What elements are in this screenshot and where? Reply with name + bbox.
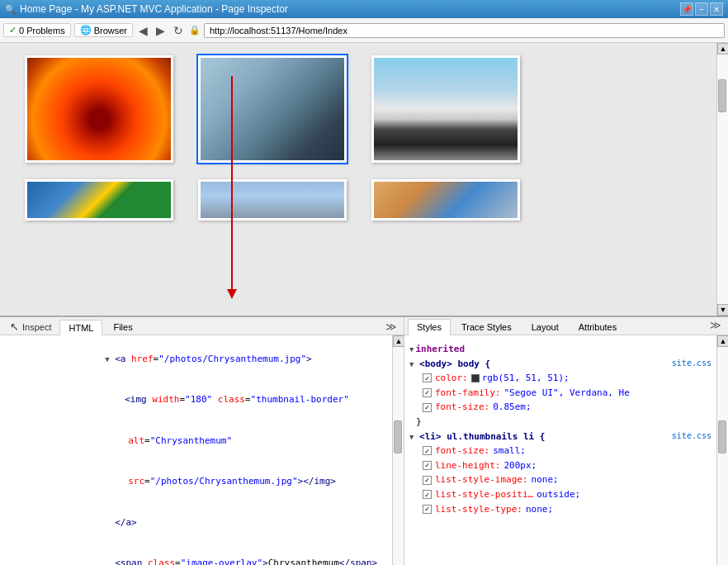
css-scroll-track[interactable] [717,347,728,565]
minimize-button[interactable]: − [695,2,708,16]
body-rule-toggle[interactable]: ▼ [409,360,414,368]
list-style-type-prop-name: list-style-type: [435,502,522,517]
cursor-icon: ↖ [10,320,19,333]
font-size-li-prop-name: font-size: [435,444,489,458]
photo-item-desert [25,179,182,221]
html-scroll-track[interactable] [393,347,404,565]
css-prop-line-height: line-height: 200px; [409,458,711,473]
body-rule-header: ▼ <body> body { site.css [409,357,711,372]
list-style-type-checkbox[interactable] [423,505,432,514]
css-content-wrapper: ▼ inherited ▼ <body> body { [404,335,716,565]
html-scroll-up-button[interactable]: ▲ [393,335,404,347]
tab-styles-label: Styles [417,322,442,332]
css-panel-collapse-button[interactable]: ≫ [707,319,725,335]
color-prop-name: color: [435,371,468,386]
tab-files-label: Files [113,322,132,332]
inherited-section-header: ▼ inherited [409,342,711,357]
browser-icon: 🌐 [80,25,92,36]
line-height-value: 200px; [503,458,537,473]
photo-thumb-desert[interactable] [25,179,173,221]
html-panel: ↖ Inspect HTML Files ≫ [0,317,404,565]
scroll-track[interactable] [717,55,728,304]
address-bar[interactable] [204,23,725,38]
inherited-label: inherited [415,342,465,357]
tab-layout[interactable]: Layout [522,319,568,335]
tab-attributes[interactable]: Attributes [570,319,626,335]
html-code-view[interactable]: <a href="/photos/Chrysanthemum.jpg"> <im… [0,335,392,565]
scroll-up-button[interactable]: ▲ [717,43,728,55]
scroll-down-button[interactable]: ▼ [717,304,728,316]
inherited-toggle[interactable]: ▼ [409,344,414,355]
photo-item-jellyfish [198,179,355,221]
li-selector-text: <li> ul.thumbnails li { [419,431,545,442]
list-style-image-checkbox[interactable] [423,476,432,485]
font-size-li-checkbox[interactable] [423,446,432,455]
css-panel-body: ▼ inherited ▼ <body> body { [404,335,728,565]
photo-thumb-chrysanthemum[interactable] [25,55,173,163]
pin-button[interactable]: 📌 [680,2,693,16]
close-brace: } [416,416,422,427]
toolbar: ✓ 0 Problems 🌐 Browser ◀ ▶ ↻ 🔒 [0,18,728,43]
photo-item-chrysanthemum [25,55,182,163]
tab-files[interactable]: Files [104,319,141,335]
tab-styles[interactable]: Styles [408,319,451,335]
line-height-checkbox[interactable] [423,461,432,470]
app-icon: 🔍 [5,4,17,15]
photo-thumb-koala[interactable] [198,55,347,163]
code-line-5: </a> [0,502,392,544]
tab-html-label: HTML [69,323,93,333]
css-prop-font-size-li: font-size: small; [409,444,711,458]
html-vertical-scrollbar[interactable]: ▲ ▼ [392,335,404,565]
font-size-body-prop-name: font-size: [435,400,489,415]
css-prop-list-style-type: list-style-type: none; [409,502,711,517]
code-line-3: alt="Chrysanthemum" [0,420,392,462]
font-size-li-value: small; [493,444,526,458]
arrow-indicator [231,76,233,291]
forward-button[interactable]: ▶ [154,24,168,37]
font-family-prop-name: font-family: [435,386,500,401]
css-scroll-thumb[interactable] [718,420,726,453]
problems-badge: ✓ 0 Problems [3,23,71,37]
expand-icon-1[interactable] [105,354,115,366]
color-prop-value: rgb(51, 51, 51); [471,371,570,386]
tab-trace-styles[interactable]: Trace Styles [452,319,521,335]
li-rule-toggle[interactable]: ▼ [409,433,414,441]
bottom-panel: ↖ Inspect HTML Files ≫ [0,316,728,565]
photo-thumb-lighthouse[interactable] [371,179,520,221]
css-prop-font-family: font-family: "Segoe UI", Verdana, He [409,386,711,401]
browser-badge: 🌐 Browser [74,23,133,37]
photo-item-koala [198,55,355,163]
font-family-checkbox[interactable] [423,388,432,397]
photo-thumb-jellyfish[interactable] [198,179,347,221]
body-selector-text: <body> body { [419,358,490,369]
css-scroll-up-button[interactable]: ▲ [717,335,728,347]
html-panel-collapse-button[interactable]: ≫ [382,320,400,333]
photo-item-penguins [371,55,528,163]
css-vertical-scrollbar[interactable]: ▲ ▼ [716,335,728,565]
photo-grid [0,43,728,233]
code-line-6: <span class="image-overlay">Chrysanthemu… [0,544,392,566]
css-prop-list-style-position: list-style-positi… outside; [409,487,711,502]
color-checkbox[interactable] [423,373,432,382]
tab-html[interactable]: HTML [59,320,102,335]
close-button[interactable]: ✕ [710,2,723,16]
body-rule-source: site.css [672,357,711,370]
browser-scrollbar[interactable]: ▲ ▼ [716,43,728,316]
list-style-position-checkbox[interactable] [423,490,432,499]
refresh-button[interactable]: ↻ [171,24,186,37]
html-scroll-thumb[interactable] [394,420,402,453]
title-bar-left: 🔍 Home Page - My ASP.NET MVC Application… [5,3,288,15]
main-area: ▲ ▼ ↖ Inspect [0,43,728,565]
li-rule-header: ▼ <li> ul.thumbnails li { site.css [409,430,711,444]
html-panel-body: <a href="/photos/Chrysanthemum.jpg"> <im… [0,335,404,565]
scroll-thumb[interactable] [718,79,726,112]
li-selector: ▼ <li> ul.thumbnails li { [409,430,545,444]
body-selector: ▼ <body> body { [409,357,490,372]
photo-thumb-penguins[interactable] [371,55,520,163]
code-line-2: <img width="180" class="thumbnail-border… [0,380,392,421]
line-height-prop-name: line-height: [435,458,500,473]
back-button[interactable]: ◀ [136,24,150,37]
inspect-button[interactable]: ↖ Inspect [3,319,58,335]
font-size-body-checkbox[interactable] [423,403,432,412]
code-line-1: <a href="/photos/Chrysanthemum.jpg"> [0,339,392,380]
